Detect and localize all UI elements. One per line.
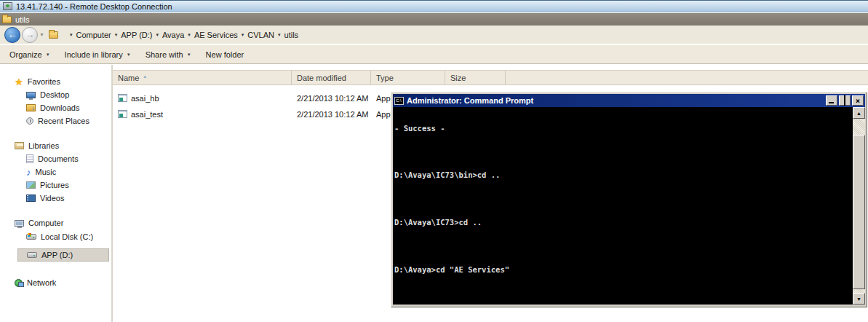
- share-with-menu[interactable]: Share with ▼: [138, 45, 199, 63]
- videos-icon: [26, 195, 36, 202]
- sidebar-item-videos[interactable]: Videos: [26, 192, 64, 205]
- breadcrumb-computer[interactable]: Computer: [76, 31, 111, 39]
- sidebar-group-network[interactable]: Network: [15, 276, 56, 289]
- cmd-line: [394, 148, 852, 156]
- folder-icon: [2, 16, 12, 23]
- new-folder-button[interactable]: New folder: [199, 45, 252, 63]
- address-bar: ← → ▼ ▾ Computer ▾ APP (D:) ▾ Avaya ▾ AE…: [0, 25, 868, 44]
- drive-icon: [27, 252, 37, 258]
- crumb-arrow-icon[interactable]: ▾: [242, 32, 244, 38]
- column-headers: Name ▲ Date modified Type Size: [113, 70, 868, 85]
- computer-icon: [15, 220, 24, 227]
- cmd-line: D:\Avaya\IC73>cd ..: [394, 219, 852, 227]
- libraries-icon: [15, 142, 24, 149]
- sidebar-group-favorites[interactable]: ★ Favorites: [15, 75, 60, 88]
- sidebar-item-local-disk-c[interactable]: Local Disk (C:): [26, 230, 93, 243]
- window-title: utils: [15, 15, 30, 24]
- dropdown-arrow-icon: ▼: [46, 52, 50, 57]
- crumb-arrow-icon[interactable]: ▾: [70, 32, 73, 38]
- sidebar-item-recent-places[interactable]: Recent Places: [26, 114, 89, 127]
- cmd-line: D:\Avaya>cd "AE Services": [394, 266, 852, 274]
- scroll-down-icon[interactable]: ▼: [853, 293, 865, 305]
- forward-button[interactable]: →: [22, 27, 38, 43]
- music-icon: ♪: [26, 168, 31, 177]
- sidebar-item-downloads[interactable]: Downloads: [26, 101, 79, 114]
- crumb-arrow-icon[interactable]: ▾: [156, 32, 159, 38]
- history-chevron-icon[interactable]: ▼: [39, 32, 44, 37]
- star-icon: ★: [15, 77, 23, 87]
- sidebar-group-computer[interactable]: Computer: [15, 216, 63, 229]
- screen: 13.41.72.140 - Remote Desktop Connection…: [0, 0, 868, 322]
- recent-places-icon: [26, 117, 33, 125]
- sidebar-item-pictures[interactable]: Pictures: [26, 178, 69, 192]
- cmd-title-bar[interactable]: Administrator: Command Prompt ×: [393, 94, 865, 107]
- cmd-output-area[interactable]: - Success - D:\Avaya\IC73\bin>cd .. D:\A…: [393, 107, 865, 305]
- maximize-button[interactable]: [839, 95, 851, 106]
- breadcrumb-cvlan[interactable]: CVLAN: [247, 31, 274, 39]
- scrollbar-thumb[interactable]: [853, 135, 865, 289]
- explorer-title-bar: utils: [0, 13, 868, 25]
- rdp-connection-bar: 13.41.72.140 - Remote Desktop Connection: [0, 0, 868, 12]
- application-file-icon: [118, 94, 127, 102]
- dropdown-arrow-icon: ▼: [127, 52, 131, 57]
- column-header-size[interactable]: Size: [445, 71, 506, 85]
- breadcrumb-utils[interactable]: utils: [284, 31, 299, 39]
- scroll-up-icon[interactable]: ▲: [853, 107, 865, 119]
- back-button[interactable]: ←: [4, 27, 20, 43]
- breadcrumb-avaya[interactable]: Avaya: [162, 31, 184, 39]
- local-disk-icon: [26, 234, 36, 240]
- dropdown-arrow-icon: ▼: [187, 52, 191, 57]
- include-in-library-menu[interactable]: Include in library ▼: [57, 45, 138, 63]
- documents-icon: [26, 154, 33, 163]
- crumb-arrow-icon[interactable]: ▾: [278, 32, 281, 38]
- pictures-icon: [26, 181, 36, 189]
- command-prompt-window: Administrator: Command Prompt × - Succes…: [391, 92, 867, 307]
- close-button[interactable]: ×: [852, 95, 864, 106]
- address-folder-icon: [49, 31, 58, 39]
- cmd-line: [394, 243, 852, 251]
- sidebar-group-libraries[interactable]: Libraries: [15, 139, 59, 152]
- application-file-icon: [118, 110, 127, 118]
- sidebar-item-desktop[interactable]: Desktop: [26, 88, 69, 101]
- cmd-scrollbar[interactable]: ▲ ▼: [853, 107, 865, 305]
- cmd-output-text: - Success - D:\Avaya\IC73\bin>cd .. D:\A…: [394, 109, 852, 305]
- downloads-icon: [26, 104, 36, 111]
- organize-menu[interactable]: Organize ▼: [0, 45, 57, 63]
- minimize-button[interactable]: [826, 95, 837, 106]
- cmd-line: - Success -: [394, 125, 852, 133]
- column-header-type[interactable]: Type: [371, 71, 445, 85]
- desktop-icon: [26, 92, 36, 98]
- cmd-icon: [394, 97, 404, 105]
- sidebar-item-app-d[interactable]: APP (D:): [17, 248, 109, 262]
- crumb-arrow-icon[interactable]: ▾: [188, 32, 191, 38]
- sidebar-item-music[interactable]: ♪ Music: [26, 165, 56, 178]
- crumb-arrow-icon[interactable]: ▾: [115, 32, 118, 38]
- breadcrumb-ae-services[interactable]: AE Services: [194, 31, 238, 39]
- cmd-line: D:\Avaya\IC73\bin>cd ..: [394, 171, 852, 179]
- command-toolbar: Organize ▼ Include in library ▼ Share wi…: [0, 45, 868, 64]
- remote-desktop-icon: [3, 2, 12, 10]
- column-header-date-modified[interactable]: Date modified: [292, 71, 371, 85]
- cmd-line: [394, 195, 852, 203]
- cmd-title: Administrator: Command Prompt: [407, 96, 824, 105]
- column-header-name[interactable]: Name ▲: [113, 71, 292, 85]
- breadcrumb: ▾ Computer ▾ APP (D:) ▾ Avaya ▾ AE Servi…: [66, 31, 298, 39]
- rdp-title: 13.41.72.140 - Remote Desktop Connection: [16, 2, 172, 11]
- sidebar-item-documents[interactable]: Documents: [26, 152, 79, 165]
- sort-ascending-icon: ▲: [143, 74, 147, 79]
- column-header-empty: [506, 71, 868, 85]
- cmd-line: [394, 289, 852, 297]
- network-icon: [15, 279, 23, 287]
- breadcrumb-app-d[interactable]: APP (D:): [121, 31, 152, 39]
